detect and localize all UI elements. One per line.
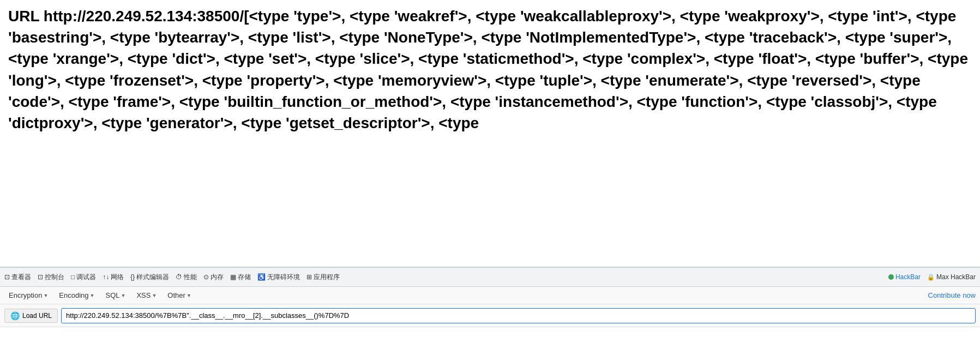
viewer-icon: ⊡ (4, 273, 10, 281)
network-icon: ↑↓ (103, 273, 109, 281)
debugger-label: 调试器 (76, 273, 96, 282)
menu-sql[interactable]: SQL ▼ (101, 290, 130, 301)
storage-label: 存储 (238, 273, 251, 282)
load-url-bar: 🌐 Load URL (0, 304, 980, 327)
devtools-network[interactable]: ↑↓ 网络 (103, 273, 124, 282)
performance-label: 性能 (184, 273, 197, 282)
devtools-debugger[interactable]: □ 调试器 (71, 273, 96, 282)
encoding-label: Encoding (59, 291, 88, 299)
devtools-toolbar: ⊡ 查看器 ⊡ 控制台 □ 调试器 ↑↓ 网络 {} 样式编辑器 ⏱ 性能 ⊙ … (0, 267, 980, 287)
memory-icon: ⊙ (203, 273, 209, 281)
xss-label: XSS (136, 291, 151, 299)
encryption-arrow-icon: ▼ (43, 293, 48, 298)
application-icon: ⊞ (306, 273, 312, 281)
other-arrow-icon: ▼ (187, 293, 191, 298)
url-label: URL (8, 8, 39, 25)
lock-icon: 🔒 (927, 274, 935, 281)
accessibility-icon: ♿ (257, 273, 266, 281)
xss-arrow-icon: ▼ (152, 293, 157, 298)
style-editor-label: 样式编辑器 (136, 273, 169, 282)
url-input-field[interactable] (61, 308, 976, 323)
viewer-label: 查看器 (11, 273, 31, 282)
encoding-arrow-icon: ▼ (90, 293, 95, 298)
other-label: Other (167, 291, 185, 299)
max-hackbar-tab[interactable]: 🔒 Max HackBar (927, 273, 976, 281)
load-url-button[interactable]: 🌐 Load URL (4, 309, 58, 323)
devtools-memory[interactable]: ⊙ 内存 (203, 273, 224, 282)
hackbar-menu-bar: Encryption ▼ Encoding ▼ SQL ▼ XSS ▼ Othe… (0, 287, 980, 304)
memory-label: 内存 (211, 273, 224, 282)
performance-icon: ⏱ (176, 273, 182, 281)
network-label: 网络 (111, 273, 124, 282)
hackbar-label: HackBar (895, 273, 921, 281)
sql-arrow-icon: ▼ (121, 293, 126, 298)
globe-icon: 🌐 (10, 311, 20, 320)
sql-label: SQL (105, 291, 119, 299)
max-hackbar-label: Max HackBar (936, 273, 976, 281)
main-content: URL http://220.249.52.134:38500/[<type '… (0, 0, 980, 267)
menu-other[interactable]: Other ▼ (163, 290, 195, 301)
devtools-application[interactable]: ⊞ 应用程序 (306, 273, 340, 282)
devtools-performance[interactable]: ⏱ 性能 (176, 273, 197, 282)
menu-encoding[interactable]: Encoding ▼ (55, 290, 99, 301)
devtools-style-editor[interactable]: {} 样式编辑器 (130, 273, 169, 282)
url-display: URL http://220.249.52.134:38500/[<type '… (8, 5, 972, 134)
hackbar-tab[interactable]: HackBar (888, 273, 921, 281)
encryption-label: Encryption (9, 291, 42, 299)
debugger-icon: □ (71, 273, 75, 281)
devtools-viewer[interactable]: ⊡ 查看器 (4, 273, 31, 282)
menu-encryption[interactable]: Encryption ▼ (4, 290, 52, 301)
console-icon: ⊡ (38, 273, 43, 281)
devtools-accessibility[interactable]: ♿ 无障碍环境 (257, 273, 300, 282)
devtools-console[interactable]: ⊡ 控制台 (38, 273, 64, 282)
accessibility-label: 无障碍环境 (267, 273, 300, 282)
storage-icon: ▦ (230, 273, 236, 281)
style-editor-icon: {} (130, 273, 135, 281)
hackbar-dot-icon (888, 274, 894, 280)
contribute-now-link[interactable]: Contribute now (928, 291, 976, 299)
devtools-storage[interactable]: ▦ 存储 (230, 273, 251, 282)
url-value: http://220.249.52.134:38500/[<type 'type… (8, 8, 968, 131)
application-label: 应用程序 (314, 273, 340, 282)
console-label: 控制台 (45, 273, 64, 282)
menu-xss[interactable]: XSS ▼ (132, 290, 161, 301)
load-url-button-label: Load URL (22, 312, 52, 320)
